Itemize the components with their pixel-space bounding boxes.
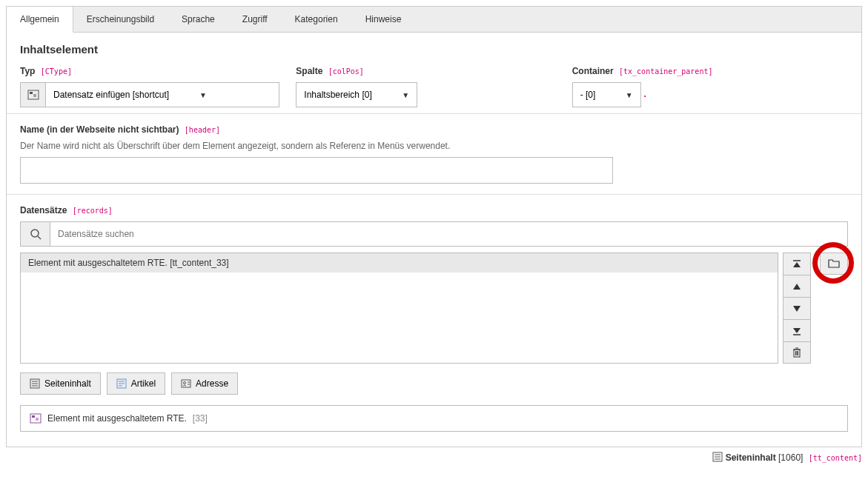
trash-icon: [792, 347, 801, 358]
svg-point-25: [184, 382, 186, 384]
move-up-icon: [792, 282, 801, 291]
folder-icon: [828, 258, 840, 269]
seiteninhalt-button[interactable]: Seiteninhalt: [20, 372, 101, 395]
records-list[interactable]: Element mit ausgeschaltetem RTE. [tt_con…: [20, 253, 778, 364]
container-tech-label: [tx_container_parent]: [619, 67, 712, 76]
panel-heading: Inhaltselement: [20, 43, 848, 56]
footer-info: Seiteninhalt [1060] [tt_content]: [6, 447, 862, 463]
footer-label: Seiteninhalt: [726, 452, 776, 463]
tab-erscheinungsbild[interactable]: Erscheinungsbild: [73, 7, 168, 32]
move-down-button[interactable]: [783, 297, 811, 319]
container-select[interactable]: - [0] ▼: [572, 82, 641, 107]
records-label: Datensätze [records]: [20, 205, 848, 215]
browse-records-button[interactable]: [820, 253, 848, 275]
footer-id: [1060]: [778, 452, 803, 463]
tab-kategorien[interactable]: Kategorien: [282, 7, 352, 32]
spalte-label: Spalte [colPos]: [296, 66, 572, 76]
svg-rect-24: [182, 380, 191, 387]
move-top-icon: [792, 260, 801, 269]
move-bottom-icon: [792, 327, 801, 335]
svg-line-3: [38, 236, 41, 239]
referenced-record-box[interactable]: Element mit ausgeschaltetem RTE. [33]: [20, 405, 848, 432]
svg-marker-7: [793, 306, 801, 312]
shortcut-type-icon: [21, 83, 46, 107]
container-label: Container [tx_container_parent]: [572, 66, 848, 76]
page-content-icon: [30, 378, 40, 389]
svg-marker-8: [793, 328, 801, 333]
spalte-tech-label: [colPos]: [328, 67, 364, 76]
address-icon: [181, 378, 191, 389]
search-icon: [30, 228, 42, 240]
shortcut-record-icon: [30, 412, 42, 424]
typ-select[interactable]: Datensatz einfügen [shortcut] ▼: [20, 82, 279, 107]
move-bottom-button[interactable]: [783, 319, 811, 341]
chevron-down-icon: ▼: [192, 91, 214, 99]
content-panel: Allgemein Erscheinungsbild Sprache Zugri…: [6, 6, 862, 447]
name-tech-label: [header]: [185, 126, 220, 134]
tab-hinweise[interactable]: Hinweise: [352, 7, 416, 32]
typ-tech-label: [CType]: [41, 67, 72, 76]
spalte-select[interactable]: Inhaltsbereich [0] ▼: [296, 82, 417, 107]
required-marker: ·: [644, 91, 646, 101]
svg-marker-5: [793, 262, 801, 267]
records-tech-label: [records]: [73, 207, 113, 215]
name-input[interactable]: [20, 157, 613, 184]
name-label: Name (in der Webseite nicht sichtbar) [h…: [20, 124, 848, 135]
tab-sprache[interactable]: Sprache: [168, 7, 229, 32]
list-item[interactable]: Element mit ausgeschaltetem RTE. [tt_con…: [21, 253, 778, 273]
tab-allgemein[interactable]: Allgemein: [7, 7, 73, 33]
search-button[interactable]: [21, 222, 50, 246]
records-search-input[interactable]: [50, 222, 847, 246]
footer-tech: [tt_content]: [809, 454, 862, 462]
adresse-button[interactable]: Adresse: [171, 372, 238, 395]
chevron-down-icon: ▼: [394, 91, 417, 99]
records-side-actions: [783, 253, 811, 364]
tab-zugriff[interactable]: Zugriff: [229, 7, 282, 32]
move-down-icon: [792, 304, 801, 313]
tab-bar: Allgemein Erscheinungsbild Sprache Zugri…: [7, 7, 861, 33]
svg-marker-6: [793, 284, 801, 290]
svg-rect-29: [32, 415, 35, 418]
artikel-button[interactable]: Artikel: [107, 372, 165, 395]
svg-point-2: [31, 230, 39, 237]
svg-rect-1: [30, 92, 33, 94]
article-icon: [116, 378, 127, 389]
page-content-icon: [712, 452, 723, 462]
move-up-button[interactable]: [783, 275, 811, 297]
typ-label: Typ [CType]: [20, 66, 296, 76]
move-top-button[interactable]: [783, 253, 811, 275]
chevron-down-icon: ▼: [618, 91, 640, 99]
records-search-bar: [20, 221, 848, 247]
referenced-record-text: Element mit ausgeschaltetem RTE.: [47, 413, 187, 424]
name-hint: Der Name wird nicht als Überschrift über…: [20, 141, 848, 151]
referenced-record-id: [33]: [193, 413, 208, 424]
delete-button[interactable]: [783, 341, 811, 364]
